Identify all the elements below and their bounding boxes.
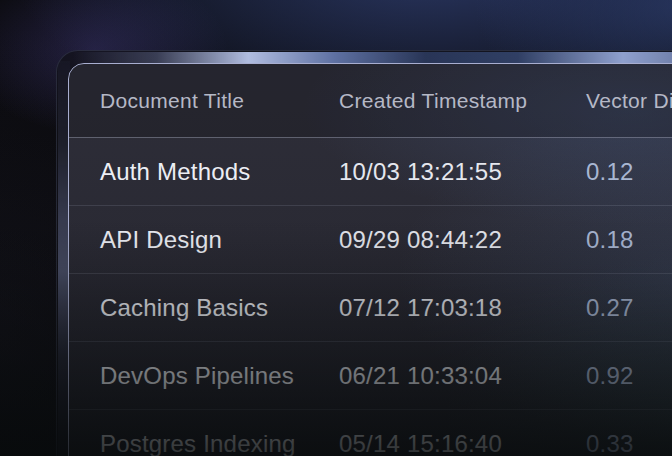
table-row[interactable]: Caching Basics 07/12 17:03:18 0.27: [69, 274, 672, 342]
table-header: Document Title Created Timestamp Vector …: [69, 64, 672, 138]
cell-document-title: API Design: [100, 226, 339, 254]
cell-document-title: Postgres Indexing: [100, 430, 339, 456]
table-row[interactable]: DevOps Pipelines 06/21 10:33:04 0.92: [69, 342, 672, 410]
column-header-vector-distance: Vector Distance: [586, 89, 672, 113]
cell-created-timestamp: 07/12 17:03:18: [339, 294, 586, 322]
column-header-created-timestamp: Created Timestamp: [339, 89, 586, 113]
cell-created-timestamp: 09/29 08:44:22: [339, 226, 586, 254]
cell-created-timestamp: 05/14 15:16:40: [339, 430, 586, 456]
column-header-document-title: Document Title: [100, 89, 339, 113]
page-background: { "table": { "columns": [ { "label": "Do…: [0, 0, 672, 456]
cell-document-title: Auth Methods: [100, 158, 339, 186]
cell-created-timestamp: 10/03 13:21:55: [339, 158, 586, 186]
cell-vector-distance: 0.33: [586, 430, 672, 456]
cell-document-title: DevOps Pipelines: [100, 362, 339, 390]
table-row[interactable]: API Design 09/29 08:44:22 0.18: [69, 206, 672, 274]
cell-document-title: Caching Basics: [100, 294, 339, 322]
cell-vector-distance: 0.18: [586, 226, 672, 254]
cell-vector-distance: 0.12: [586, 158, 672, 186]
cell-vector-distance: 0.92: [586, 362, 672, 390]
cell-vector-distance: 0.27: [586, 294, 672, 322]
table-row[interactable]: Postgres Indexing 05/14 15:16:40 0.33: [69, 410, 672, 456]
cell-created-timestamp: 06/21 10:33:04: [339, 362, 586, 390]
documents-table-card: Document Title Created Timestamp Vector …: [68, 63, 672, 456]
table-row[interactable]: Auth Methods 10/03 13:21:55 0.12: [69, 138, 672, 206]
